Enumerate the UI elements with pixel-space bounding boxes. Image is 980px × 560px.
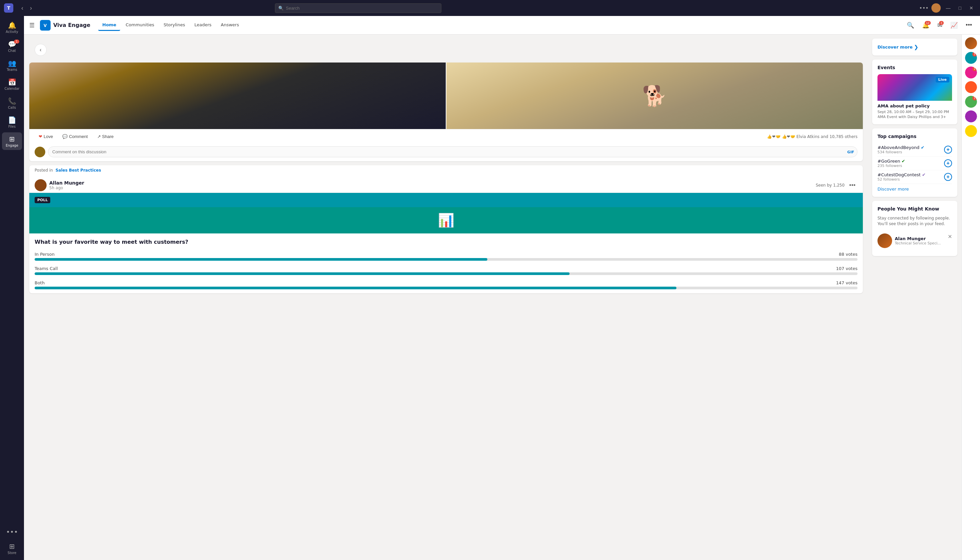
- seen-count: Seen by 1,250: [816, 183, 845, 188]
- campaign-3-label: #CutestDogContest: [878, 172, 921, 177]
- event-card: Live AMA about pet policy Sept 28, 10:00…: [878, 74, 952, 119]
- pymk-person-title: Technical Service Speci...: [895, 241, 941, 245]
- activity-icon: 🔔: [8, 21, 16, 29]
- top-nav: ☰ V Viva Engage Home Communities Storyli…: [24, 16, 980, 35]
- search-button-nav[interactable]: 🔍: [904, 20, 917, 30]
- sidebar-item-calls[interactable]: 📞 Calls: [2, 95, 22, 112]
- strip-avatar-3[interactable]: 1: [965, 67, 977, 78]
- poll-post-card: Posted in Sales Best Practices Allan Mun…: [29, 165, 863, 293]
- poll-bar-bg-2: [35, 272, 858, 275]
- more-nav-button[interactable]: •••: [963, 20, 975, 30]
- strip-badge-3: 1: [972, 67, 977, 71]
- post-actions: ❤ Love 💬 Comment ↗ Share 👍❤🤝: [29, 129, 863, 144]
- nav-link-storylines[interactable]: Storylines: [159, 20, 189, 31]
- poll-option-3: Both 147 votes: [29, 279, 863, 293]
- sidebar-item-files-label: Files: [8, 125, 16, 128]
- poll-badge: POLL: [35, 197, 50, 203]
- gif-button[interactable]: GIF: [847, 150, 854, 154]
- poll-bar-3: [35, 287, 676, 289]
- poll-header: POLL: [29, 193, 863, 207]
- sidebar-item-teams[interactable]: 👥 Teams: [2, 57, 22, 74]
- nav-link-home[interactable]: Home: [98, 20, 120, 31]
- top-nav-links: Home Communities Storylines Leaders Answ…: [98, 20, 243, 31]
- strip-badge-2: 1: [972, 52, 977, 57]
- analytics-button[interactable]: 📈: [948, 20, 960, 30]
- hamburger-button[interactable]: ☰: [29, 22, 35, 29]
- comment-button[interactable]: 💬 Comment: [58, 132, 92, 141]
- campaign-2-name: #GoGreen ✔: [878, 158, 942, 163]
- love-button[interactable]: ❤ Love: [35, 132, 57, 141]
- community-link[interactable]: Sales Best Practices: [55, 168, 101, 173]
- sidebar-item-engage[interactable]: ⊞ Engage: [2, 132, 22, 150]
- sidebar-item-teams-label: Teams: [7, 68, 17, 72]
- love-label: Love: [43, 134, 53, 139]
- campaign-2-follow-button[interactable]: +: [944, 159, 952, 167]
- verified-blue-icon-1: ✔: [921, 145, 925, 150]
- discover-campaigns-link[interactable]: Discover more: [878, 187, 952, 192]
- strip-avatar-1[interactable]: [965, 37, 977, 49]
- strip-avatar-6[interactable]: [965, 110, 977, 122]
- sidebar-store[interactable]: ⊞ Store: [6, 540, 18, 557]
- title-bar: T ‹ › 🔍 ••• — □ ✕: [0, 0, 980, 16]
- notifications-button[interactable]: 🔔 12: [920, 20, 932, 30]
- campaign-2-label: #GoGreen: [878, 158, 900, 163]
- poll-option-3-row: Both 147 votes: [35, 280, 858, 285]
- forward-nav-button[interactable]: ›: [27, 3, 35, 13]
- nav-link-communities[interactable]: Communities: [122, 20, 158, 31]
- user-avatar-title[interactable]: [932, 3, 941, 13]
- title-bar-actions: ••• — □ ✕: [919, 3, 976, 13]
- posted-in-label: Posted in: [35, 168, 53, 173]
- feed-back-button[interactable]: ‹: [35, 44, 47, 56]
- viva-logo-icon: V: [40, 20, 50, 31]
- strip-avatar-4[interactable]: [965, 81, 977, 93]
- poll-option-3-votes: 147 votes: [836, 280, 858, 285]
- back-nav-button[interactable]: ‹: [18, 3, 26, 13]
- close-button[interactable]: ✕: [967, 4, 976, 12]
- campaign-1-info: #AboveAndBeyond ✔ 534 followers: [878, 145, 942, 154]
- pymk-dismiss-button[interactable]: ✕: [948, 233, 952, 240]
- poll-author-name: Allan Munger: [49, 180, 813, 185]
- strip-avatar-5[interactable]: 1: [965, 96, 977, 108]
- pymk-header: People You Might Know: [878, 206, 952, 212]
- discover-more-link[interactable]: Discover more ❯: [878, 44, 952, 50]
- sidebar-item-chat[interactable]: 💬 1 Chat: [2, 38, 22, 55]
- strip-avatar-6-inner: [965, 110, 977, 122]
- campaign-1-follow-button[interactable]: +: [944, 146, 952, 153]
- sidebar-more-button[interactable]: •••: [3, 525, 20, 538]
- heart-icon: ❤: [38, 134, 42, 139]
- minimize-button[interactable]: —: [943, 4, 953, 12]
- strip-avatar-7[interactable]: [965, 125, 977, 137]
- verified-purple-icon-3: ✔: [922, 172, 926, 177]
- maximize-button[interactable]: □: [956, 4, 964, 12]
- campaign-3-info: #CutestDogContest ✔ 52 followers: [878, 172, 942, 182]
- nav-link-leaders[interactable]: Leaders: [191, 20, 216, 31]
- poll-option-2: Teams Call 107 votes: [29, 265, 863, 279]
- sidebar-item-activity[interactable]: 🔔 Activity: [2, 18, 22, 36]
- poll-more-button[interactable]: •••: [847, 181, 858, 190]
- share-icon: ↗: [97, 134, 101, 139]
- sidebar-item-calendar[interactable]: 📅 Calendar: [2, 75, 22, 93]
- top-nav-actions: 🔍 🔔 12 ✉ 3 📈 •••: [904, 20, 975, 30]
- events-header: Events: [878, 65, 952, 70]
- messages-button[interactable]: ✉ 3: [935, 20, 945, 30]
- image-post-card: 🐕 ❤ Love 💬 Comment ↗: [29, 63, 863, 161]
- strip-badge-5: 1: [972, 96, 977, 100]
- messages-badge: 3: [939, 21, 944, 25]
- poll-bar-bg-1: [35, 258, 858, 261]
- campaign-3-followers: 52 followers: [878, 177, 942, 182]
- files-icon: 📄: [8, 116, 16, 124]
- nav-link-answers[interactable]: Answers: [217, 20, 243, 31]
- campaign-3-follow-button[interactable]: +: [944, 173, 952, 181]
- comment-input[interactable]: [48, 146, 858, 157]
- sidebar-item-calendar-label: Calendar: [5, 87, 20, 90]
- live-badge: Live: [936, 77, 949, 82]
- share-button[interactable]: ↗ Share: [93, 132, 118, 141]
- store-icon: ⊞: [9, 542, 15, 550]
- calls-icon: 📞: [8, 97, 16, 105]
- more-options-icon[interactable]: •••: [919, 5, 928, 11]
- search-input-title[interactable]: [275, 3, 442, 13]
- sidebar-item-files[interactable]: 📄 Files: [2, 113, 22, 131]
- poll-option-3-label: Both: [35, 280, 45, 285]
- strip-avatar-4-inner: [965, 81, 977, 93]
- strip-avatar-2[interactable]: 1: [965, 52, 977, 64]
